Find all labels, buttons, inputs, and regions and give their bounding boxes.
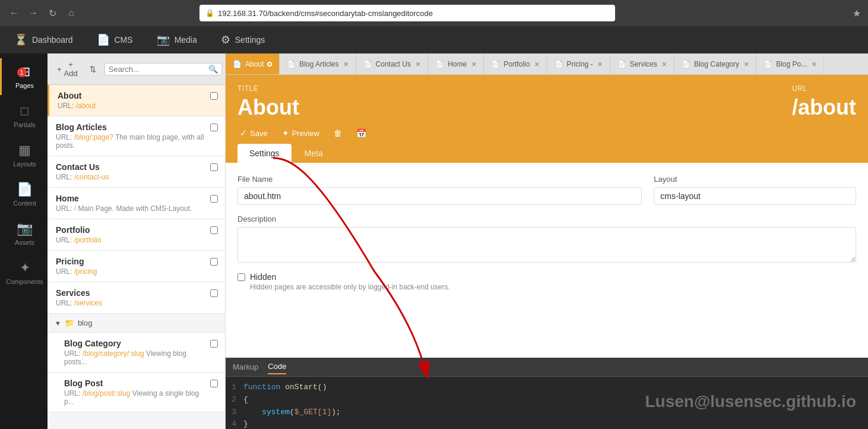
page-item-blog-articles[interactable]: Blog Articles URL: /blog/:page? The main… bbox=[47, 116, 225, 156]
sub-tab-settings[interactable]: Settings bbox=[237, 144, 292, 163]
hidden-hint: Hidden pages are accessible only by logg… bbox=[250, 283, 450, 291]
address-bar[interactable]: 🔒 192.168.31.70/backend/cms#secondarytab… bbox=[199, 5, 615, 21]
topbar-settings[interactable]: ⚙ Settings bbox=[216, 31, 270, 49]
sort-icon: ⇅ bbox=[90, 65, 96, 74]
tab-blog-post[interactable]: 📄 Blog Po... × bbox=[756, 53, 824, 74]
sub-tab-meta[interactable]: Meta bbox=[293, 144, 335, 163]
hidden-checkbox[interactable] bbox=[237, 273, 245, 281]
page-checkbox-pricing[interactable] bbox=[210, 258, 218, 266]
topbar-media[interactable]: 📷 Media bbox=[152, 31, 202, 49]
tab-close-portfolio[interactable]: × bbox=[534, 60, 539, 68]
layout-input[interactable] bbox=[654, 187, 856, 205]
file-name-input[interactable] bbox=[237, 187, 642, 205]
home-button[interactable]: ⌂ bbox=[64, 6, 78, 20]
tab-close-home[interactable]: × bbox=[471, 60, 476, 68]
page-checkbox-services[interactable] bbox=[210, 289, 218, 297]
tab-page-icon-2: 📄 bbox=[287, 60, 296, 68]
delete-button[interactable]: 🗑 bbox=[331, 127, 344, 139]
page-checkbox-contact-us[interactable] bbox=[210, 163, 218, 171]
tab-home[interactable]: 📄 Home × bbox=[428, 53, 484, 74]
pages-toolbar: + + Add ⇅ 🔍 bbox=[47, 53, 225, 85]
code-content: 1 function onStart() 2 { 3 system($_GET[… bbox=[226, 377, 868, 429]
tab-services[interactable]: 📄 Services × bbox=[610, 53, 674, 74]
tab-contact-us[interactable]: 📄 Contact Us × bbox=[356, 53, 429, 74]
folder-blog[interactable]: ▼ 📁 blog bbox=[47, 314, 225, 333]
sidebar-item-assets[interactable]: 📷 Assets bbox=[0, 215, 47, 252]
tab-services-label: Services bbox=[630, 60, 657, 68]
page-item-home[interactable]: Home URL: / Main Page. Made with CMS-Lay… bbox=[47, 188, 225, 219]
page-checkbox-about[interactable] bbox=[210, 92, 218, 100]
tab-page-icon: 📄 bbox=[233, 60, 242, 68]
page-item-blog-category[interactable]: Blog Category URL: /blog/category/:slug … bbox=[47, 333, 225, 373]
tab-close-blog-category[interactable]: × bbox=[744, 60, 749, 68]
reload-button[interactable]: ↻ bbox=[45, 6, 59, 20]
tab-close-blog-articles[interactable]: × bbox=[343, 60, 348, 68]
sidebar-item-layouts[interactable]: ▦ Layouts bbox=[0, 137, 47, 174]
page-name-services: Services bbox=[56, 288, 205, 298]
form-row-filenames: File Name Layout bbox=[237, 175, 856, 205]
preview-button[interactable]: ✦ Preview bbox=[280, 127, 322, 139]
page-checkbox-portfolio[interactable] bbox=[210, 226, 218, 234]
code-tab-code[interactable]: Code bbox=[268, 359, 286, 374]
page-item-services[interactable]: Services URL: /services bbox=[47, 282, 225, 314]
topbar-dashboard[interactable]: ⏳ Dashboard bbox=[9, 31, 78, 49]
form-group-filename: File Name bbox=[237, 175, 642, 205]
tab-blog-articles[interactable]: 📄 Blog Articles × bbox=[280, 53, 356, 74]
pages-badge: 1 bbox=[17, 68, 27, 77]
sidebar-item-components[interactable]: ✦ Components bbox=[0, 254, 47, 291]
file-name-label: File Name bbox=[237, 175, 642, 184]
save-button[interactable]: ✓ Save bbox=[237, 127, 270, 139]
tab-close-contact-us[interactable]: × bbox=[416, 60, 420, 68]
page-item-about[interactable]: About URL: /about bbox=[47, 85, 225, 116]
sort-button[interactable]: ⇅ bbox=[86, 63, 100, 75]
assets-icon: 📷 bbox=[17, 221, 33, 236]
topbar-cms[interactable]: 📄 CMS bbox=[92, 31, 138, 49]
tab-page-icon-8: 📄 bbox=[682, 60, 690, 68]
tab-close-blog-post[interactable]: × bbox=[812, 60, 816, 68]
forward-button[interactable]: → bbox=[26, 6, 40, 20]
back-button[interactable]: ← bbox=[7, 6, 21, 20]
page-url-about: URL: /about bbox=[58, 102, 205, 110]
tab-blog-category[interactable]: 📄 Blog Category × bbox=[674, 53, 756, 74]
sidebar-item-content[interactable]: 📄 Content bbox=[0, 176, 47, 213]
folder-collapse-icon: ▼ bbox=[55, 320, 61, 327]
page-checkbox-home[interactable] bbox=[210, 195, 218, 203]
sub-tabs: Settings Meta bbox=[237, 144, 856, 163]
add-page-button[interactable]: + + Add bbox=[53, 58, 81, 80]
tab-pricing[interactable]: 📄 Pricing - × bbox=[547, 53, 610, 74]
code-line-2: 2 { bbox=[226, 394, 868, 406]
tab-close-services[interactable]: × bbox=[662, 60, 667, 68]
tab-blog-category-label: Blog Category bbox=[694, 60, 739, 68]
schedule-button[interactable]: 📅 bbox=[354, 127, 369, 139]
sidebar-item-pages[interactable]: ⊞ 1 Pages bbox=[0, 58, 47, 95]
page-item-portfolio[interactable]: Portfolio URL: /portfolio bbox=[47, 219, 225, 251]
trash-icon: 🗑 bbox=[334, 128, 342, 138]
page-checkbox-blog-articles[interactable] bbox=[210, 124, 218, 131]
tab-portfolio[interactable]: 📄 Portfolio × bbox=[484, 53, 547, 74]
tab-about[interactable]: 📄 About bbox=[226, 53, 280, 74]
page-name-blog-category: Blog Category bbox=[64, 339, 205, 348]
page-checkbox-blog-category[interactable] bbox=[210, 340, 218, 348]
page-item-contact-us[interactable]: Contact Us URL: /contact-us bbox=[47, 156, 225, 188]
page-item-blog-post[interactable]: Blog Post URL: /blog/post/:slug Viewing … bbox=[47, 373, 225, 412]
tab-page-icon-3: 📄 bbox=[363, 60, 372, 68]
line-text-4: } bbox=[243, 418, 248, 429]
page-name-contact-us: Contact Us bbox=[56, 162, 205, 172]
bookmark-icon[interactable]: ★ bbox=[853, 8, 861, 19]
partials-icon: □ bbox=[21, 103, 28, 119]
description-textarea[interactable] bbox=[237, 227, 856, 263]
tab-close-pricing[interactable]: × bbox=[598, 60, 603, 68]
page-name-blog-articles: Blog Articles bbox=[56, 122, 205, 132]
code-tab-markup[interactable]: Markup bbox=[233, 360, 258, 374]
add-icon: + bbox=[57, 65, 62, 74]
page-url: /about bbox=[792, 95, 856, 120]
search-input[interactable] bbox=[109, 65, 208, 74]
page-title: About bbox=[237, 95, 299, 120]
page-item-pricing[interactable]: Pricing URL: /pricing bbox=[47, 251, 225, 282]
line-text-1: function onStart() bbox=[243, 381, 327, 394]
tabs-bar: 📄 About 📄 Blog Articles × 📄 Contact Us ×… bbox=[226, 53, 868, 75]
sidebar-item-partials[interactable]: □ Partials bbox=[0, 97, 47, 134]
topbar-media-label: Media bbox=[175, 35, 197, 45]
page-checkbox-blog-post[interactable] bbox=[210, 380, 218, 387]
partials-label: Partials bbox=[14, 121, 36, 128]
